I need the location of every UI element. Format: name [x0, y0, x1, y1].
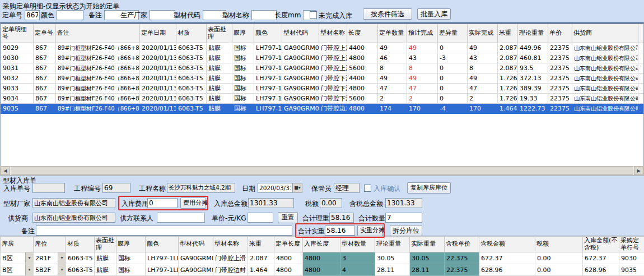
cell: LH797-1LL0	[146, 264, 179, 276]
column-header[interactable]: 理论重量	[518, 24, 548, 43]
total-qty-input[interactable]	[385, 213, 422, 223]
unit-price-input[interactable]	[248, 213, 273, 223]
tax-total-input[interactable]	[385, 198, 422, 208]
column-header[interactable]: 采购定单行号	[619, 237, 644, 252]
column-header[interactable]: 型材名称	[319, 24, 347, 43]
split-location-button[interactable]: 拆分库位	[390, 225, 422, 236]
manufacturer-input[interactable]	[150, 10, 175, 20]
keeper-input[interactable]	[334, 183, 360, 193]
column-header[interactable]: 含税单价	[445, 237, 479, 252]
column-header[interactable]: 型材代码	[282, 24, 319, 43]
actual-weight-input[interactable]	[325, 226, 355, 236]
copy-warehouse-location-button[interactable]: 复制库房库位	[407, 182, 451, 194]
scroll-right-arrow-icon[interactable]: ▶	[634, 167, 643, 175]
color-input[interactable]	[57, 10, 83, 20]
column-header[interactable]: 含税金额	[479, 237, 535, 252]
tax-input[interactable]	[320, 198, 342, 208]
column-header[interactable]: 定单号	[34, 24, 56, 43]
horizontal-scrollbar[interactable]: ◀ ▶	[0, 166, 644, 176]
theory-weight-input[interactable]	[329, 213, 354, 223]
inbound-confirm-checkbox[interactable]	[364, 185, 371, 192]
dropdown-arrow-icon[interactable]: ▾	[25, 252, 33, 264]
column-header[interactable]: 长度	[347, 24, 378, 43]
column-header[interactable]: 入库长度	[303, 237, 340, 252]
date-input[interactable]	[258, 183, 292, 193]
inbound-row[interactable]: B区▾2R1F▾6063-T5贴膜国标LH797-1LL0GA90GRM03门带…	[1, 252, 644, 264]
tax-label: 税额	[305, 199, 319, 209]
fee-input[interactable]	[147, 198, 178, 208]
column-header[interactable]: 库房	[1, 237, 34, 252]
filter-by-condition-button[interactable]: 按条件筛选	[363, 8, 412, 20]
order-row[interactable]: 902986789#门框型材F26-F40（866+867）2020/01/13…	[1, 43, 644, 53]
order-row[interactable]: 903186789#门框型材F26-F40（866+867）2020/01/13…	[1, 63, 644, 73]
project-name-input[interactable]	[167, 183, 235, 193]
contact-input[interactable]	[157, 213, 205, 223]
cell	[638, 43, 644, 53]
column-header[interactable]: 预计完成	[407, 24, 438, 43]
column-header[interactable]: 差异量	[438, 24, 468, 43]
supplier-input[interactable]	[32, 213, 115, 223]
project-no-input[interactable]	[102, 183, 130, 193]
column-header[interactable]: 表面处理	[95, 237, 116, 252]
column-header[interactable]: 供货商	[572, 24, 638, 43]
weight-share-button[interactable]: 实重分摊	[357, 225, 383, 236]
order-row[interactable]: 903486789#门框型材F26-F40（866+867）2020/01/13…	[1, 94, 644, 104]
cell: 49	[468, 73, 498, 84]
order-row[interactable]: 903586789#门框型材F26-F40（866+867）2020/01/13…	[1, 104, 644, 114]
column-header[interactable]: 实际重量	[410, 237, 445, 252]
combo-value[interactable]: 2R1F	[34, 255, 58, 262]
column-header[interactable]: 库位	[34, 237, 66, 252]
batch-inbound-button[interactable]: 批量入库	[417, 8, 451, 20]
profile-name-input[interactable]	[251, 10, 277, 20]
column-header[interactable]: 型材数量	[340, 237, 375, 252]
combo-value[interactable]: 5B2F	[34, 266, 58, 274]
column-header[interactable]: 定单长度	[274, 237, 303, 252]
column-header[interactable]: 定单明细号	[1, 24, 34, 43]
column-header[interactable]: 税额	[535, 237, 583, 252]
column-header[interactable]: 定单数量	[378, 24, 407, 43]
remark-input[interactable]	[36, 226, 292, 236]
total-amount-input[interactable]	[248, 198, 294, 208]
cell: 9029	[1, 43, 34, 53]
scroll-left-arrow-icon[interactable]: ◀	[1, 167, 10, 175]
column-header[interactable]: 型材代码	[179, 237, 213, 252]
calendar-dropdown-icon[interactable]: ■▾	[292, 183, 302, 193]
cell: 89#门框型材F26-F40（866+867）	[56, 94, 140, 104]
column-header[interactable]: 颜色	[254, 24, 282, 43]
cell: 国标	[232, 43, 254, 53]
combo-value[interactable]: B区	[1, 254, 25, 263]
order-row[interactable]: 903386789#门框型材F26-F40（866+867）2020/01/13…	[1, 84, 644, 94]
order-row[interactable]: 903086789#门框型材F26-F40（866+867）2020/01/13…	[1, 53, 644, 63]
cell: GA90GRM03	[282, 53, 319, 63]
column-header[interactable]: 膜厚	[232, 24, 254, 43]
inbound-row[interactable]: B区▾5B2F▾6063-T5贴膜国标LH797-1LL0GA90GRM05门带…	[1, 264, 644, 276]
column-header[interactable]: 实际完成	[468, 24, 498, 43]
order-no-input[interactable]	[25, 10, 40, 20]
column-header[interactable]: 材质	[176, 24, 207, 43]
dropdown-arrow-icon[interactable]: ▾	[25, 264, 33, 275]
column-header[interactable]: 备注	[56, 24, 140, 43]
column-header[interactable]: 米重	[498, 24, 518, 43]
combo-value[interactable]: B区	[1, 266, 25, 274]
column-header[interactable]: 入库金额(不含税)	[583, 237, 619, 252]
cell: LH797-1LL0	[254, 84, 282, 94]
dropdown-arrow-icon[interactable]: ▾	[58, 264, 66, 275]
reset-button[interactable]: 重置	[278, 212, 298, 223]
column-header[interactable]: 理论重量	[375, 237, 410, 252]
order-row[interactable]: 903286789#门框型材F26-F40（866+867）2020/01/13…	[1, 73, 644, 84]
unfinished-inbound-checkbox[interactable]	[310, 11, 317, 19]
column-header[interactable]: 单价	[548, 24, 572, 43]
column-header[interactable]: 膜厚	[116, 237, 146, 252]
dropdown-arrow-icon[interactable]: ▾	[58, 252, 66, 264]
column-header[interactable]: 米重	[248, 237, 274, 252]
column-header[interactable]: 材质	[66, 237, 95, 252]
column-header[interactable]: 定单日期	[140, 24, 176, 43]
column-header[interactable]: 型材名称	[213, 237, 248, 252]
factory-input[interactable]	[32, 198, 115, 208]
column-header[interactable]: 颜色	[146, 237, 179, 252]
inbound-no-input[interactable]	[32, 183, 65, 193]
fee-share-button[interactable]: 费用分摊	[180, 197, 206, 209]
scrollbar-thumb[interactable]	[11, 167, 633, 175]
cell: 山东南山铝业股份有限公司	[572, 73, 638, 84]
column-header[interactable]: 表面处理	[207, 24, 232, 43]
